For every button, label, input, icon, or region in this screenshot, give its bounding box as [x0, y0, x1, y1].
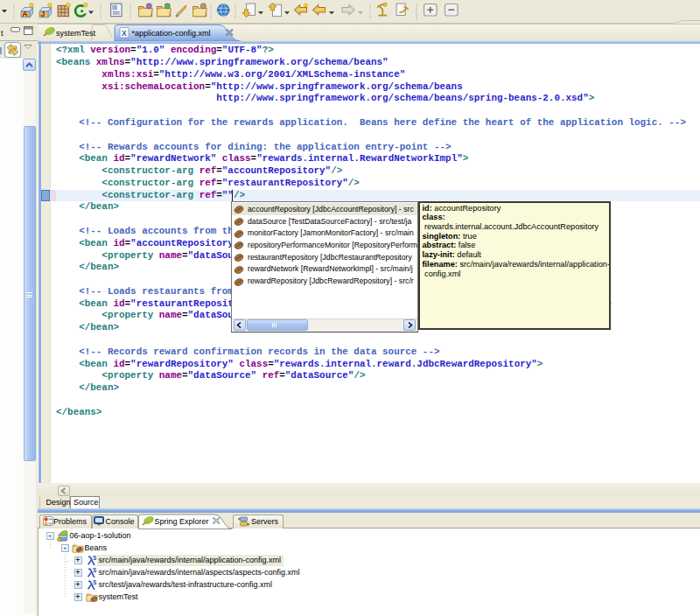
svg-text:J: J [40, 10, 45, 18]
svg-text:*application-config.xml: *application-config.xml [132, 29, 211, 38]
svg-text:systemTest: systemTest [56, 29, 96, 38]
svg-text:S: S [93, 567, 97, 573]
svg-text:S: S [93, 555, 97, 561]
svg-text:X: X [122, 29, 127, 38]
svg-text:S: S [93, 579, 97, 585]
svg-text:A: A [22, 10, 28, 18]
